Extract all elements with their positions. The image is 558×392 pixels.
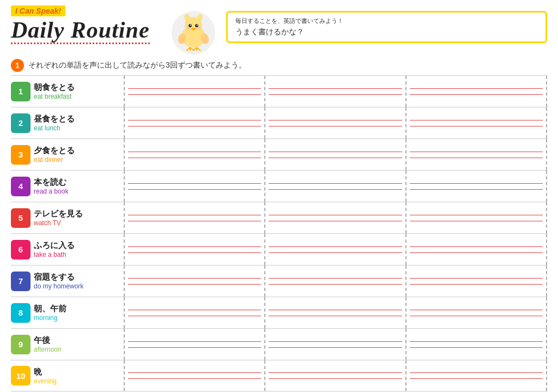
english-word: eat dinner bbox=[34, 156, 124, 164]
writing-line-group bbox=[410, 141, 543, 168]
svg-line-16 bbox=[193, 47, 197, 51]
writing-col[interactable] bbox=[264, 171, 405, 202]
writing-col[interactable] bbox=[405, 202, 547, 233]
writing-line-group bbox=[410, 173, 543, 200]
table-row: 7宿題をするdo my homework bbox=[11, 265, 547, 297]
writing-col[interactable] bbox=[405, 139, 547, 170]
english-word: watch TV bbox=[34, 219, 124, 227]
writing-section bbox=[124, 266, 547, 297]
english-word: take a bath bbox=[34, 251, 124, 258]
writing-line-group bbox=[128, 78, 261, 105]
writing-section bbox=[124, 76, 547, 107]
writing-col[interactable] bbox=[124, 329, 264, 360]
writing-section bbox=[124, 171, 547, 202]
writing-line bbox=[410, 278, 543, 279]
writing-line bbox=[410, 120, 543, 120]
writing-line bbox=[128, 372, 261, 373]
writing-line bbox=[128, 378, 261, 379]
writing-line bbox=[410, 183, 543, 184]
writing-line bbox=[128, 310, 261, 310]
writing-line bbox=[269, 126, 402, 126]
title-part1: Daily bbox=[11, 17, 71, 43]
writing-line bbox=[128, 120, 261, 120]
instruction-num: 1 bbox=[11, 59, 24, 72]
writing-line bbox=[269, 88, 402, 89]
info-ruby: 毎日することを、英語で書いてみよう！ bbox=[235, 17, 538, 25]
writing-line-group bbox=[269, 78, 402, 105]
page-title: Daily Routine bbox=[11, 17, 150, 44]
writing-col[interactable] bbox=[264, 329, 405, 360]
writing-line bbox=[269, 183, 402, 184]
english-word: do my homework bbox=[34, 282, 124, 290]
writing-line-group bbox=[269, 173, 402, 200]
writing-col[interactable] bbox=[264, 234, 405, 265]
writing-line bbox=[410, 189, 543, 190]
writing-section bbox=[124, 329, 547, 360]
japanese-word: 午後 bbox=[34, 335, 124, 346]
writing-col[interactable] bbox=[124, 202, 264, 233]
writing-line-group bbox=[410, 110, 543, 136]
writing-line bbox=[410, 252, 543, 253]
writing-col[interactable] bbox=[124, 266, 264, 297]
japanese-word: 本を読む bbox=[34, 177, 124, 188]
writing-line bbox=[128, 221, 261, 221]
writing-line bbox=[410, 88, 543, 89]
writing-col[interactable] bbox=[405, 329, 547, 360]
mascot-area bbox=[172, 11, 215, 55]
writing-line bbox=[269, 158, 402, 158]
writing-line-group bbox=[128, 299, 261, 326]
table-row: 6ふろに入るtake a bath bbox=[11, 233, 547, 265]
writing-col[interactable] bbox=[124, 297, 264, 328]
writing-line bbox=[128, 347, 261, 348]
writing-line bbox=[128, 189, 261, 190]
writing-line bbox=[269, 94, 402, 95]
writing-col[interactable] bbox=[124, 76, 264, 107]
english-word: evening bbox=[34, 377, 124, 385]
writing-line bbox=[410, 378, 543, 379]
writing-line bbox=[128, 341, 261, 342]
writing-col[interactable] bbox=[124, 171, 264, 202]
table-row: 2昼食をとるeat lunch bbox=[11, 107, 547, 138]
writing-col[interactable] bbox=[405, 107, 547, 138]
header: I Can Speak! Daily Routine bbox=[11, 5, 547, 55]
writing-col[interactable] bbox=[264, 76, 405, 107]
english-word: read a book bbox=[34, 188, 124, 195]
writing-col[interactable] bbox=[264, 266, 405, 297]
word-cell: テレビを見るwatch TV bbox=[34, 202, 124, 233]
table-row: 3夕食をとるeat dinner bbox=[11, 138, 547, 170]
vocab-container: 1朝食をとるeat breakfast2昼食をとるeat lunch3夕食をとる… bbox=[11, 75, 547, 391]
writing-col[interactable] bbox=[124, 107, 264, 138]
writing-col[interactable] bbox=[264, 202, 405, 233]
row-number: 2 bbox=[11, 113, 31, 133]
writing-col[interactable] bbox=[264, 107, 405, 138]
english-word: eat lunch bbox=[34, 124, 124, 132]
word-cell: 晩evening bbox=[34, 360, 124, 391]
word-cell: 本を読むread a book bbox=[34, 171, 124, 202]
row-number: 5 bbox=[11, 208, 31, 228]
writing-col[interactable] bbox=[124, 360, 264, 391]
writing-line bbox=[269, 310, 402, 310]
writing-col[interactable] bbox=[124, 139, 264, 170]
writing-col[interactable] bbox=[405, 297, 547, 328]
writing-line bbox=[269, 347, 402, 348]
writing-col[interactable] bbox=[264, 360, 405, 391]
japanese-word: 宿題をする bbox=[34, 272, 124, 282]
info-sub: うまく書けるかな？ bbox=[235, 27, 538, 37]
writing-col[interactable] bbox=[264, 297, 405, 328]
writing-line bbox=[128, 152, 261, 152]
writing-col[interactable] bbox=[405, 266, 547, 297]
writing-line bbox=[269, 372, 402, 373]
writing-col[interactable] bbox=[405, 360, 547, 391]
writing-col[interactable] bbox=[405, 234, 547, 265]
writing-col[interactable] bbox=[264, 139, 405, 170]
writing-col[interactable] bbox=[405, 76, 547, 107]
writing-section bbox=[124, 107, 547, 138]
svg-point-10 bbox=[191, 28, 196, 31]
writing-col[interactable] bbox=[405, 171, 547, 202]
writing-col[interactable] bbox=[124, 234, 264, 265]
writing-line bbox=[128, 158, 261, 158]
writing-section bbox=[124, 297, 547, 328]
english-word: eat breakfast bbox=[34, 93, 124, 100]
writing-line-group bbox=[269, 363, 402, 389]
writing-line bbox=[269, 378, 402, 379]
